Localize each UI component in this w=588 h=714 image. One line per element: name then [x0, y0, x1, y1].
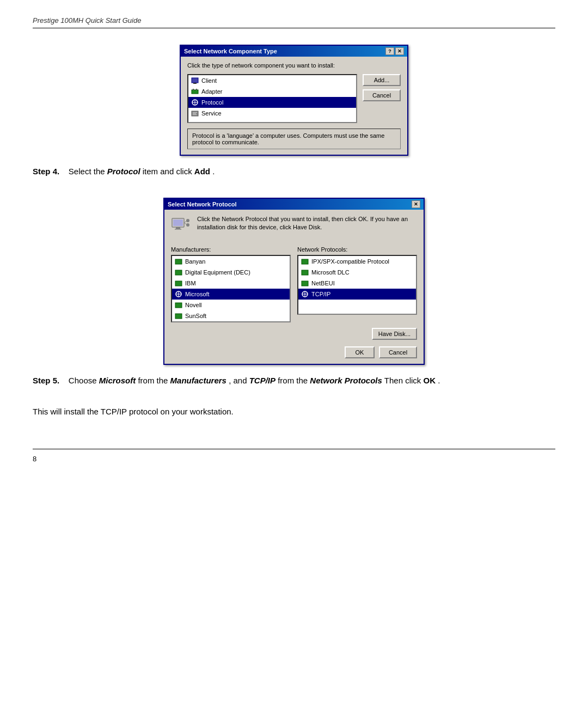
list-item-tcpip[interactable]: TCP/IP	[298, 289, 416, 300]
step5-bold-manufacturers: Manufacturers	[170, 376, 226, 385]
adapter-icon	[191, 87, 199, 96]
ok-cancel-row: OK Cancel	[171, 346, 417, 358]
list-item-protocol[interactable]: Protocol	[188, 97, 356, 108]
step5-text3: , and	[229, 376, 249, 385]
cancel-button[interactable]: Cancel	[363, 89, 401, 101]
list-item-label: Banyan	[185, 258, 205, 265]
select-network-protocol-dialog: Select Network Protocol ✕	[163, 198, 425, 365]
dialog1-instruction: Click the type of network component you …	[187, 62, 401, 69]
list-item[interactable]: IBM	[172, 278, 290, 289]
ms-icon	[174, 290, 183, 298]
dialog2-body: Click the Network Protocol that you want…	[164, 210, 424, 364]
protocol-icon	[191, 98, 199, 107]
step5-text: Step 5. Choose Microsoft from the Manufa…	[33, 376, 555, 385]
step4-bold-protocol: Protocol	[107, 167, 140, 176]
list-item[interactable]: NetBEUI	[298, 278, 416, 289]
list-item-label: Microsoft DLC	[311, 269, 350, 276]
list-item-label: Novell	[185, 302, 202, 308]
list-item[interactable]: Adapter	[188, 86, 356, 97]
page-header: Prestige 100MH Quick Start Guide	[33, 16, 555, 25]
dialog1-content: Client Adapter Protocol	[187, 74, 401, 123]
step5-section: Step 5. Choose Microsoft from the Manufa…	[33, 376, 555, 385]
have-disk-button[interactable]: Have Disk...	[372, 328, 417, 340]
svg-rect-13	[173, 219, 183, 226]
svg-rect-15	[175, 229, 181, 230]
step5-text2: from the	[138, 376, 170, 385]
list-item-microsoft[interactable]: Microsoft	[172, 289, 290, 300]
svg-rect-28	[302, 259, 308, 264]
protocols-listbox[interactable]: IPX/SPX-compatible Protocol Microsoft DL…	[297, 255, 417, 315]
step4-text: Step 4. Select the Protocol item and cli…	[33, 167, 555, 176]
step5-bold-ok: OK	[424, 376, 436, 385]
list-item-label: SunSoft	[185, 313, 206, 319]
list-item[interactable]: Client	[188, 75, 356, 86]
svg-rect-9	[193, 112, 197, 113]
add-button[interactable]: Add...	[363, 74, 401, 86]
protocols-column: Network Protocols: IPX/SPX-compatible Pr…	[297, 246, 417, 322]
svg-rect-2	[192, 90, 198, 94]
cancel-button[interactable]: Cancel	[379, 346, 417, 358]
dialog2-instruction: Click the Network Protocol that you want…	[197, 215, 417, 232]
client-icon	[191, 76, 199, 85]
step5-number: Step 5.	[33, 376, 59, 385]
dialog2-wrapper: Select Network Protocol ✕	[33, 198, 555, 365]
footer-rule	[33, 449, 555, 449]
list-item[interactable]: SunSoft	[172, 310, 290, 321]
step5-text6: .	[438, 376, 440, 385]
net-icon	[174, 268, 183, 277]
list-item[interactable]: Banyan	[172, 256, 290, 267]
page-number: 8	[33, 455, 555, 463]
select-network-component-dialog: Select Network Component Type ? ✕ Click …	[180, 45, 408, 156]
step4-text-middle: item and click	[143, 167, 194, 176]
body-text: This will install the TCP/IP protocol on…	[33, 407, 555, 416]
dialog2-title: Select Network Protocol	[168, 201, 237, 208]
list-item-label: IPX/SPX-compatible Protocol	[311, 258, 389, 265]
svg-rect-1	[193, 83, 197, 84]
dialog1-close-button[interactable]: ✕	[395, 47, 404, 55]
list-item-label: Protocol	[201, 99, 223, 106]
list-item[interactable]: Digital Equipment (DEC)	[172, 267, 290, 278]
protocol-icon-area: Click the Network Protocol that you want…	[171, 215, 417, 237]
svg-rect-30	[302, 281, 308, 286]
list-item[interactable]: Novell	[172, 300, 290, 310]
dialog2-titlebar: Select Network Protocol ✕	[164, 199, 424, 210]
step5-text1: Choose	[69, 376, 99, 385]
net-icon	[301, 268, 309, 277]
dialog1-titlebar-buttons: ? ✕	[385, 47, 404, 55]
step4-text-end: .	[212, 167, 215, 176]
step5-bold-microsoft: Microsoft	[99, 376, 136, 385]
dialog1-description: Protocol is a 'language' a computer uses…	[187, 129, 401, 149]
step4-number: Step 4.	[33, 167, 59, 176]
svg-rect-0	[192, 78, 198, 83]
svg-rect-4	[196, 89, 197, 90]
dialog2-close-button[interactable]: ✕	[412, 200, 420, 208]
list-item-label: Service	[201, 110, 222, 117]
dialog1-help-button[interactable]: ?	[385, 47, 394, 55]
step4-section: Step 4. Select the Protocol item and cli…	[33, 167, 555, 176]
list-item[interactable]: Microsoft DLC	[298, 267, 416, 278]
network-component-listbox[interactable]: Client Adapter Protocol	[187, 74, 357, 123]
svg-rect-20	[175, 259, 182, 264]
svg-rect-21	[175, 270, 182, 275]
have-disk-row: Have Disk...	[171, 328, 417, 340]
list-item-label: TCP/IP	[311, 291, 330, 297]
svg-rect-29	[302, 270, 308, 275]
svg-rect-27	[175, 314, 182, 319]
list-item[interactable]: IPX/SPX-compatible Protocol	[298, 256, 416, 267]
ok-button[interactable]: OK	[345, 346, 375, 358]
manufacturers-column: Manufacturers: Banyan Digita	[171, 246, 291, 322]
net-icon	[174, 312, 183, 320]
step5-text4: from the	[278, 376, 310, 385]
dialog2-titlebar-buttons: ✕	[412, 200, 420, 208]
list-item[interactable]: Service	[188, 108, 356, 119]
list-item-label: Adapter	[201, 88, 223, 95]
manufacturers-listbox[interactable]: Banyan Digital Equipment (DEC)	[171, 255, 291, 322]
svg-rect-26	[175, 303, 182, 308]
network-big-icon	[171, 216, 192, 237]
step5-bold-tcpip: TCP/IP	[249, 376, 275, 385]
dialog1-buttons: Add... Cancel	[363, 74, 401, 123]
service-icon	[191, 109, 199, 118]
list-item-label: Microsoft	[185, 291, 210, 297]
svg-rect-3	[193, 89, 194, 90]
list-item-label: Digital Equipment (DEC)	[185, 269, 250, 276]
